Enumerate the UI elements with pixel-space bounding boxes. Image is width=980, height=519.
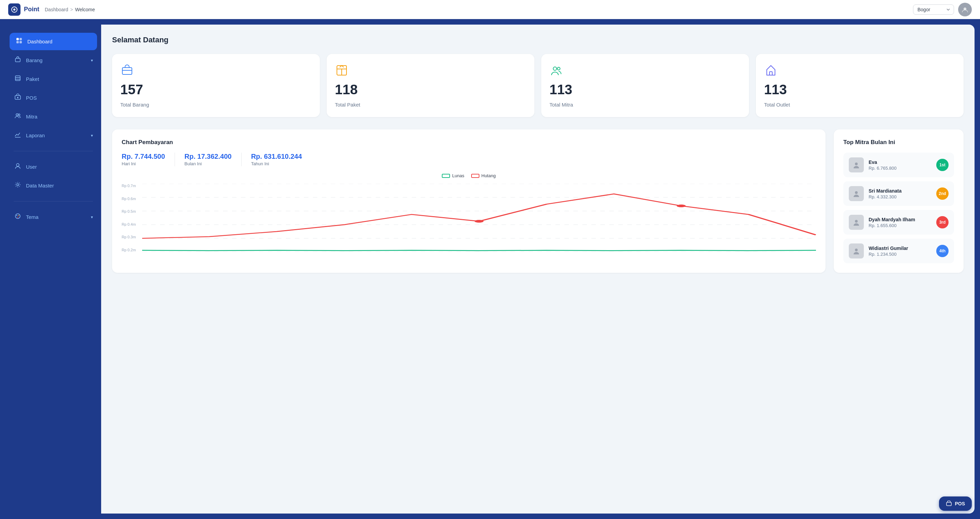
mitra-name-1: Eva <box>869 159 931 165</box>
breadcrumb: Dashboard > Welcome <box>45 7 908 12</box>
top-nav-right: Bogor Jakarta Bandung <box>913 3 972 16</box>
svg-point-1 <box>13 8 15 11</box>
svg-rect-5 <box>16 41 19 43</box>
sidebar-item-dashboard[interactable]: Dashboard <box>10 33 97 50</box>
bulan-ini-label: Bulan Ini <box>185 161 232 166</box>
mitra-avatar-2 <box>849 186 864 201</box>
svg-rect-8 <box>15 76 20 81</box>
content-area: Selamat Datang 157 Total Barang <box>101 25 975 514</box>
mitra-amount-3: Rp. 1.655.600 <box>869 223 931 228</box>
sidebar-label-laporan: Laporan <box>26 132 87 138</box>
tema-icon <box>14 213 22 221</box>
svg-point-38 <box>855 162 858 165</box>
svg-point-21 <box>18 217 19 218</box>
sidebar-item-barang[interactable]: Barang ▾ <box>5 52 101 69</box>
barang-icon <box>14 56 22 65</box>
paket-number: 118 <box>335 83 526 96</box>
sidebar-label-user: User <box>26 164 93 170</box>
paket-icon <box>14 75 22 83</box>
chart-svg <box>142 184 816 252</box>
svg-point-37 <box>676 205 686 207</box>
stat-cards: 157 Total Barang 118 Total Paket <box>112 54 964 117</box>
chart-card: Chart Pembayaran Rp. 7.744.500 Hari Ini … <box>112 129 826 273</box>
mitra-icon <box>14 112 22 121</box>
breadcrumb-root: Dashboard <box>45 7 68 12</box>
sidebar-item-tema[interactable]: Tema ▾ <box>5 208 101 226</box>
breadcrumb-current: Welcome <box>75 7 95 12</box>
svg-rect-42 <box>947 502 951 506</box>
svg-point-18 <box>15 214 20 219</box>
sidebar-item-pos[interactable]: POS <box>5 89 101 106</box>
lunas-label: Lunas <box>452 173 464 178</box>
mitra-card: Top Mitra Bulan Ini Eva Rp. 6.765.800 <box>834 129 964 273</box>
mitra-info-3: Dyah Mardyah Ilham Rp. 1.655.600 <box>869 217 931 228</box>
svg-point-13 <box>16 114 18 116</box>
y-label-2: Rp 0.6m <box>122 197 139 201</box>
mitra-name-4: Widiastri Gumilar <box>869 246 931 251</box>
chart-stat-hari-ini: Rp. 7.744.500 Hari Ini <box>122 152 175 166</box>
chart-title: Chart Pembayaran <box>122 139 816 146</box>
sidebar-item-user[interactable]: User <box>5 158 101 176</box>
svg-point-40 <box>855 220 858 223</box>
svg-point-16 <box>16 163 19 166</box>
mitra-number: 113 <box>549 83 741 96</box>
hari-ini-value: Rp. 7.744.500 <box>122 152 165 160</box>
barang-label: Total Barang <box>120 102 312 108</box>
user-icon <box>14 162 22 171</box>
chart-stat-bulan-ini: Rp. 17.362.400 Bulan Ini <box>185 152 242 166</box>
mitra-amount-2: Rp. 4.332.300 <box>869 194 931 199</box>
sidebar-item-laporan[interactable]: Laporan ▾ <box>5 127 101 144</box>
y-label-5: Rp 0.3m <box>122 235 139 239</box>
sidebar-item-mitra[interactable]: Mitra <box>5 108 101 125</box>
sidebar-label-pos: POS <box>26 95 93 101</box>
hari-ini-label: Hari Ini <box>122 161 165 166</box>
y-label-1: Rp 0.7m <box>122 184 139 188</box>
sidebar-label-data-master: Data Master <box>26 183 93 189</box>
mitra-info-1: Eva Rp. 6.765.800 <box>869 159 931 171</box>
logo-icon <box>8 3 21 16</box>
mitra-info-4: Widiastri Gumilar Rp. 1.234.500 <box>869 246 931 257</box>
rank-badge-1: 1st <box>936 159 948 171</box>
sidebar-item-paket[interactable]: Paket <box>5 70 101 88</box>
mitra-item-1: Eva Rp. 6.765.800 1st <box>843 152 954 177</box>
pos-fab-label: POS <box>955 501 965 506</box>
rank-badge-4: 4th <box>936 245 948 257</box>
avatar[interactable] <box>958 3 972 16</box>
svg-point-27 <box>553 67 557 70</box>
legend-hutang: Hutang <box>471 173 496 178</box>
svg-rect-22 <box>123 68 132 75</box>
top-nav: Point Dashboard > Welcome Bogor Jakarta … <box>0 0 980 19</box>
mitra-avatar-4 <box>849 243 864 259</box>
outlet-stat-icon <box>764 63 778 77</box>
data-master-icon <box>14 181 22 190</box>
hutang-swatch <box>471 174 479 178</box>
rank-badge-2: 2nd <box>936 187 948 200</box>
pos-icon <box>14 94 22 102</box>
tahun-ini-value: Rp. 631.610.244 <box>251 152 302 160</box>
rank-badge-3: 3rd <box>936 216 948 229</box>
app-name: Point <box>24 6 39 13</box>
pos-fab[interactable]: POS <box>939 497 972 511</box>
sidebar-divider <box>14 151 93 151</box>
mitra-title: Top Mitra Bulan Ini <box>843 139 954 146</box>
main-wrapper: Dashboard Barang ▾ Paket <box>0 19 980 519</box>
logo-area: Point <box>8 3 39 16</box>
paket-label: Total Paket <box>335 102 526 108</box>
chart-legend: Lunas Hutang <box>122 173 816 178</box>
svg-rect-6 <box>19 41 22 43</box>
chart-stats: Rp. 7.744.500 Hari Ini Rp. 17.362.400 Bu… <box>122 152 816 166</box>
sidebar-label-dashboard: Dashboard <box>27 38 92 44</box>
svg-point-12 <box>17 97 19 98</box>
location-select[interactable]: Bogor Jakarta Bandung <box>913 5 954 15</box>
svg-point-28 <box>557 67 560 70</box>
tahun-ini-label: Tahun Ini <box>251 161 302 166</box>
chevron-down-icon-tema: ▾ <box>91 215 93 219</box>
mitra-amount-4: Rp. 1.234.500 <box>869 252 931 257</box>
svg-point-36 <box>475 220 484 223</box>
mitra-name-2: Sri Mardianata <box>869 188 931 194</box>
chart-area <box>142 184 816 252</box>
svg-rect-7 <box>15 59 20 62</box>
sidebar-item-data-master[interactable]: Data Master <box>5 177 101 194</box>
sidebar: Dashboard Barang ▾ Paket <box>5 25 101 514</box>
barang-number: 157 <box>120 83 312 96</box>
